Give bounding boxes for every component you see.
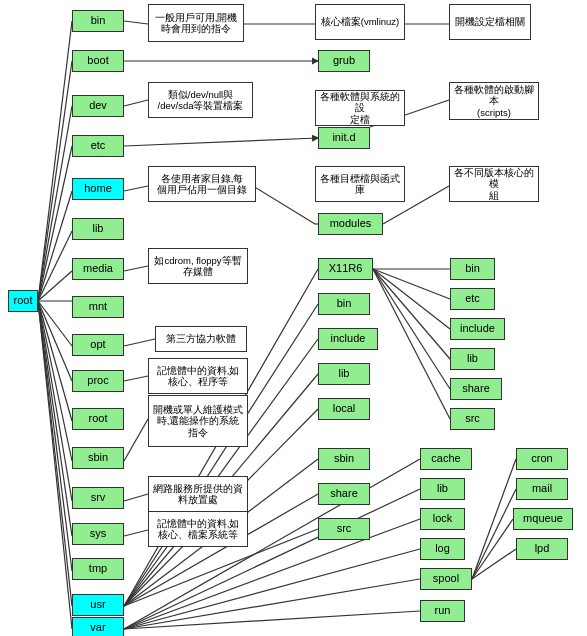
lpd-node: lpd [516, 538, 568, 560]
svg-line-57 [472, 549, 516, 579]
initd-node: init.d [318, 127, 370, 149]
svg-line-45 [373, 269, 450, 359]
share-node: share [318, 483, 370, 505]
sys-desc-label: 記憶體中的資料,如核心、檔案系統等 [148, 511, 248, 547]
svg-line-30 [124, 376, 148, 381]
svg-line-8 [38, 301, 72, 346]
svg-line-24 [124, 186, 148, 191]
lib-node: lib [72, 218, 124, 240]
targets-desc-label: 各種目標檔與函式庫 [315, 166, 405, 202]
svg-line-5 [38, 231, 72, 301]
include3-node: include [450, 318, 505, 340]
src-node: src [318, 518, 370, 540]
media-desc-label: 如cdrom, floppy等暫存媒體 [148, 248, 248, 284]
svg-line-17 [124, 21, 148, 24]
svg-line-53 [124, 611, 420, 629]
svg-line-54 [472, 459, 516, 579]
bin-node: bin [72, 10, 124, 32]
src2-node: src [450, 408, 495, 430]
opt-node: opt [72, 334, 124, 356]
svg-line-52 [124, 579, 420, 629]
X11R6-node: X11R6 [318, 258, 373, 280]
svg-line-15 [38, 301, 72, 606]
svg-line-31 [124, 419, 148, 461]
usr-node: usr [72, 594, 124, 616]
var-node: var [72, 617, 124, 636]
boot-node: boot [72, 50, 124, 72]
mail-node: mail [516, 478, 568, 500]
diff-kernel-label: 各不同版本核心的模組 [449, 166, 539, 202]
dev-node: dev [72, 95, 124, 117]
svg-line-29 [124, 339, 155, 346]
lock-node: lock [420, 508, 465, 530]
local-node: local [318, 398, 370, 420]
scripts-desc-label: 各種軟體的啟動腳本(scripts) [449, 82, 539, 120]
sbin-desc-label: 開機或單人維護模式時,還能操作的系統指令 [148, 395, 248, 447]
svg-line-25 [253, 186, 315, 224]
root-node: root [8, 290, 38, 312]
mnt-node: mnt [72, 296, 124, 318]
svg-line-3 [38, 146, 72, 301]
svg-line-12 [38, 301, 72, 501]
sbin-node: sbin [72, 447, 124, 469]
boot-scripts-label: 開機設定檔相關 [449, 4, 531, 40]
etc-desc-label: 各種軟體與系統的設定檔 [315, 90, 405, 126]
svg-line-2 [38, 106, 72, 301]
media-node: media [72, 258, 124, 280]
svg-line-33 [124, 530, 148, 536]
svg-line-55 [472, 489, 516, 579]
cron-node: cron [516, 448, 568, 470]
tmp-node: tmp [72, 558, 124, 580]
svg-line-9 [38, 301, 72, 381]
proc-desc-label: 記憶體中的資料,如核心、程序等 [148, 358, 248, 394]
svg-line-1 [38, 61, 72, 301]
svg-line-11 [38, 301, 72, 461]
svg-line-56 [472, 519, 513, 579]
svg-line-46 [373, 269, 450, 389]
opt-desc-label: 第三方協力軟體 [155, 326, 247, 352]
lib2-node: lib [318, 363, 370, 385]
spool-node: spool [420, 568, 472, 590]
modules-node: modules [318, 213, 383, 235]
lib4-node: lib [420, 478, 465, 500]
run-node: run [420, 600, 465, 622]
svg-line-16 [38, 301, 72, 629]
svg-line-22 [124, 138, 318, 146]
root-dir-node: root [72, 408, 124, 430]
sbin2-node: sbin [318, 448, 370, 470]
bin2-node: bin [318, 293, 370, 315]
svg-line-51 [124, 549, 420, 629]
srv-node: srv [72, 487, 124, 509]
proc-node: proc [72, 370, 124, 392]
svg-line-14 [38, 301, 72, 571]
cache-node: cache [420, 448, 472, 470]
svg-line-6 [38, 271, 72, 301]
sys-node: sys [72, 523, 124, 545]
vmlinuz-desc-label: 核心檔案(vmlinuz) [315, 4, 405, 40]
svg-line-28 [124, 266, 148, 271]
log-node: log [420, 538, 465, 560]
svg-line-44 [373, 269, 450, 329]
svg-line-47 [373, 269, 450, 419]
grub-node: grub [318, 50, 370, 72]
svg-line-4 [38, 191, 72, 301]
dev-desc-label: 類似/dev/null與/dev/sda等裝置檔案 [148, 82, 253, 118]
mqueue-node: mqueue [513, 508, 573, 530]
home-desc-label: 各使用者家目錄,每個用戶佔用一個目錄 [148, 166, 256, 202]
lib3-node: lib [450, 348, 495, 370]
filesystem-diagram: root bin boot dev etc home lib media mnt… [0, 0, 587, 636]
svg-line-0 [38, 21, 72, 301]
home-node: home [72, 178, 124, 200]
svg-line-10 [38, 301, 72, 421]
share2-node: share [450, 378, 502, 400]
svg-line-13 [38, 301, 72, 536]
svg-line-43 [373, 269, 450, 299]
include2-node: include [318, 328, 378, 350]
etc2-node: etc [450, 288, 495, 310]
svg-line-32 [124, 494, 148, 501]
etc-node: etc [72, 135, 124, 157]
svg-line-21 [124, 100, 148, 106]
bin3-node: bin [450, 258, 495, 280]
srv-desc-label: 網路服務所提供的資料放置處 [148, 476, 248, 512]
bin-desc-label: 一般用戶可用,開機時會用到的指令 [148, 4, 244, 42]
